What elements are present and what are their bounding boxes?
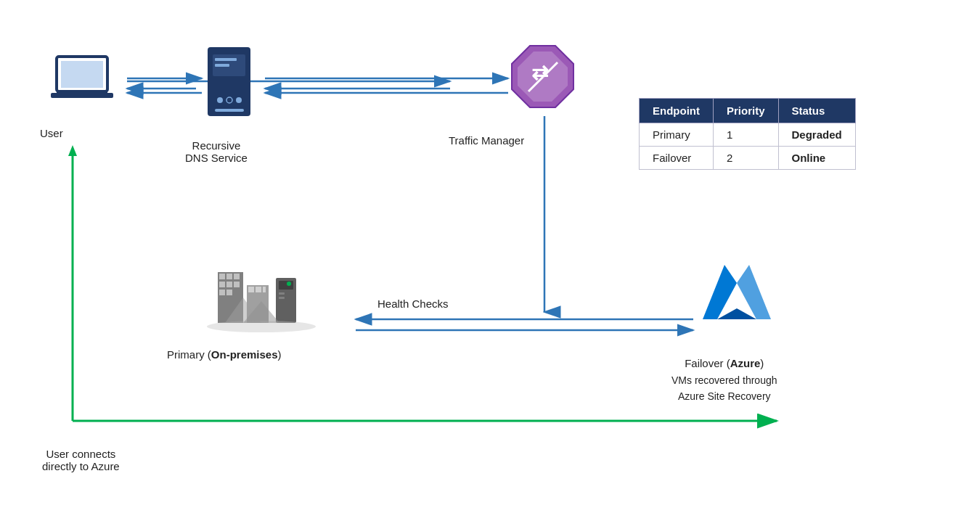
svg-rect-49 bbox=[263, 287, 266, 292]
svg-rect-52 bbox=[279, 292, 285, 295]
table-row: Primary1Degraded bbox=[640, 123, 856, 147]
label-user: User bbox=[40, 127, 63, 139]
svg-rect-48 bbox=[256, 287, 261, 292]
svg-marker-58 bbox=[703, 265, 737, 319]
label-health-checks: Health Checks bbox=[377, 298, 449, 310]
svg-rect-38 bbox=[219, 274, 225, 279]
traffic-manager-icon: ⇄ bbox=[508, 42, 577, 114]
svg-point-30 bbox=[236, 97, 242, 103]
azure-logo-icon bbox=[697, 258, 777, 333]
svg-rect-39 bbox=[226, 274, 232, 279]
table-cell-status: Online bbox=[778, 147, 855, 170]
label-primary-bold: On-premises bbox=[211, 348, 278, 361]
svg-marker-59 bbox=[737, 265, 771, 319]
table-header-endpoint: Endpoint bbox=[640, 99, 714, 123]
svg-marker-19 bbox=[68, 145, 77, 156]
svg-rect-47 bbox=[248, 287, 254, 292]
svg-rect-27 bbox=[215, 64, 229, 67]
svg-rect-45 bbox=[226, 290, 232, 295]
label-user-connects: User connects directly to Azure bbox=[42, 435, 120, 472]
svg-rect-53 bbox=[279, 297, 285, 299]
svg-point-29 bbox=[226, 97, 232, 103]
table-cell-priority: 1 bbox=[713, 123, 778, 147]
table-header-priority: Priority bbox=[713, 99, 778, 123]
svg-rect-21 bbox=[61, 61, 103, 88]
laptop-icon bbox=[49, 51, 115, 108]
diagram-svg: User already covered; DNS <-- Traffic Ma… bbox=[0, 0, 980, 521]
dns-server-icon bbox=[202, 44, 256, 123]
label-failover-sub: VMs recovered through Azure Site Recover… bbox=[671, 374, 777, 403]
table-cell-endpoint: Primary bbox=[640, 123, 714, 147]
table-row: Failover2Online bbox=[640, 147, 856, 170]
endpoint-table: Endpoint Priority Status Primary1Degrade… bbox=[639, 98, 856, 170]
diagram-container: User already covered; DNS <-- Traffic Ma… bbox=[0, 0, 980, 521]
svg-text:⇄: ⇄ bbox=[531, 62, 549, 84]
svg-rect-42 bbox=[226, 282, 232, 287]
svg-rect-51 bbox=[279, 281, 293, 290]
table-cell-endpoint: Failover bbox=[640, 147, 714, 170]
label-primary: Primary (On-premises) bbox=[167, 348, 282, 361]
table-cell-priority: 2 bbox=[713, 147, 778, 170]
svg-rect-40 bbox=[234, 274, 240, 279]
label-traffic-manager: Traffic Manager bbox=[449, 134, 524, 147]
svg-rect-43 bbox=[234, 282, 240, 287]
label-failover: Failover (Azure) VMs recovered through A… bbox=[671, 356, 777, 405]
table-header-status: Status bbox=[778, 99, 855, 123]
label-failover-bold: Azure bbox=[730, 357, 761, 369]
svg-rect-44 bbox=[219, 290, 225, 295]
primary-server-icon bbox=[203, 258, 319, 340]
svg-rect-26 bbox=[215, 58, 237, 61]
svg-rect-41 bbox=[219, 282, 225, 287]
table-cell-status: Degraded bbox=[778, 123, 855, 147]
svg-rect-31 bbox=[215, 109, 244, 112]
svg-point-54 bbox=[287, 282, 291, 286]
label-dns: Recursive DNS Service bbox=[185, 127, 248, 164]
svg-marker-60 bbox=[717, 308, 756, 319]
svg-point-28 bbox=[217, 97, 223, 103]
